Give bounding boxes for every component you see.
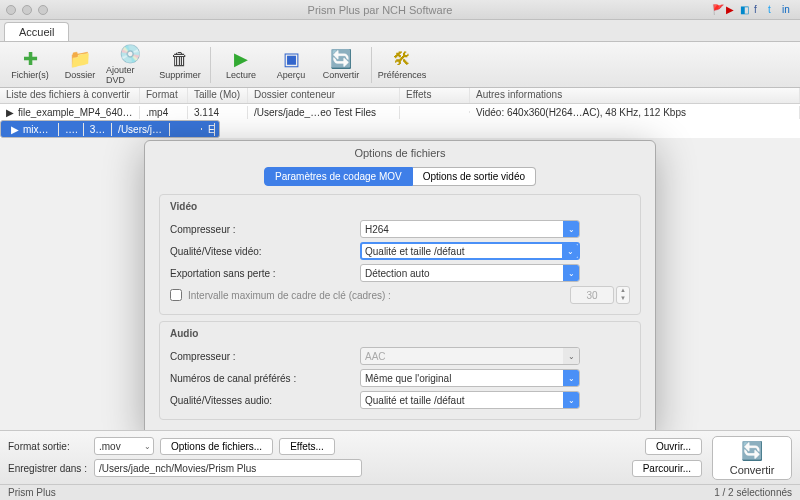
chevron-down-icon: ▼: [617, 295, 629, 303]
audio-group: Audio Compresseur : AAC⌄ Numéros de cana…: [159, 321, 641, 420]
chevron-up-icon: ▲: [617, 287, 629, 295]
effects-button[interactable]: Effets...: [279, 438, 335, 455]
status-left: Prism Plus: [8, 487, 56, 498]
save-path-field[interactable]: /Users/jade_nch/Movies/Prism Plus: [94, 459, 362, 477]
convert-main-button[interactable]: 🔄 Convertir: [712, 436, 792, 480]
chevron-down-icon: ⌄: [563, 370, 579, 386]
browse-button[interactable]: Parcourir...: [632, 460, 702, 477]
refresh-icon: 🔄: [741, 440, 763, 462]
output-format-label: Format sortie:: [8, 441, 88, 452]
lossless-label: Exportation sans perte :: [170, 268, 360, 279]
audio-compressor-label: Compresseur :: [170, 351, 360, 362]
output-format-select[interactable]: .mov⌄: [94, 437, 154, 455]
audio-quality-label: Qualité/Vitesses audio:: [170, 395, 360, 406]
audio-heading: Audio: [170, 328, 630, 339]
video-group: Vidéo Compresseur : H264⌄ Qualité/Vitese…: [159, 194, 641, 315]
tab-encoding[interactable]: Paramètres de codage MOV: [264, 167, 413, 186]
chevron-down-icon: ⌄: [144, 442, 151, 451]
channels-label: Numéros de canal préférés :: [170, 373, 360, 384]
open-button[interactable]: Ouvrir...: [645, 438, 702, 455]
bottom-panel: Format sortie: .mov⌄ Options de fichiers…: [0, 430, 800, 484]
tab-output[interactable]: Options de sortie vidéo: [413, 167, 536, 186]
chevron-down-icon: ⌄: [563, 348, 579, 364]
keyframe-value: 30: [570, 286, 614, 304]
keyframe-stepper[interactable]: ▲▼: [616, 286, 630, 304]
video-quality-select[interactable]: Qualité et taille /défaut⌄: [360, 242, 580, 260]
status-right: 1 / 2 sélectionnés: [714, 487, 792, 498]
save-in-label: Enregistrer dans :: [8, 463, 88, 474]
chevron-down-icon: ⌄: [563, 265, 579, 281]
video-heading: Vidéo: [170, 201, 630, 212]
channels-select[interactable]: Même que l'original⌄: [360, 369, 580, 387]
lossless-select[interactable]: Détection auto⌄: [360, 264, 580, 282]
chevron-down-icon: ⌄: [562, 244, 578, 258]
modal-overlay: Options de fichiers Paramètres de codage…: [0, 0, 800, 500]
dialog-title: Options de fichiers: [145, 141, 655, 163]
video-quality-label: Qualité/Vitese vidéo:: [170, 246, 360, 257]
video-compressor-select[interactable]: H264⌄: [360, 220, 580, 238]
chevron-down-icon: ⌄: [563, 221, 579, 237]
audio-compressor-select: AAC⌄: [360, 347, 580, 365]
keyframe-checkbox[interactable]: Intervalle maximum de cadre de clé (cadr…: [170, 289, 391, 301]
video-compressor-label: Compresseur :: [170, 224, 360, 235]
file-options-button[interactable]: Options de fichiers...: [160, 438, 273, 455]
status-bar: Prism Plus 1 / 2 sélectionnés: [0, 484, 800, 500]
file-options-dialog: Options de fichiers Paramètres de codage…: [144, 140, 656, 436]
checkbox-icon[interactable]: [170, 289, 182, 301]
chevron-down-icon: ⌄: [563, 392, 579, 408]
audio-quality-select[interactable]: Qualité et taille /défaut⌄: [360, 391, 580, 409]
segment-control: Paramètres de codage MOV Options de sort…: [145, 167, 655, 186]
